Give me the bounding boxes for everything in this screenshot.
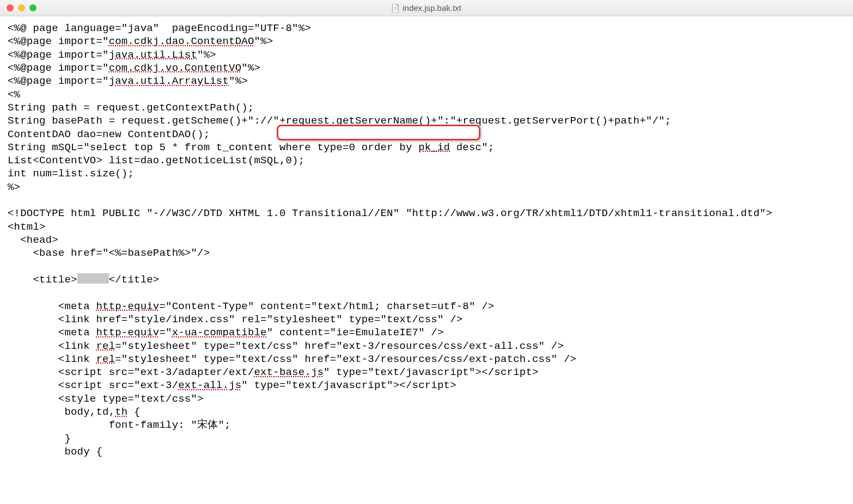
code-line: <link rel="stylesheet" type="text/css" h… — [8, 340, 845, 353]
code-line — [8, 260, 845, 273]
code-line: <%@page import="java.util.ArrayList"%> — [8, 75, 845, 88]
code-line: <!DOCTYPE html PUBLIC "-//W3C//DTD XHTML… — [8, 207, 845, 220]
code-line: <head> — [8, 233, 845, 247]
code-line: <base href="<%=basePath%>"/> — [8, 247, 845, 260]
close-button[interactable] — [7, 4, 14, 11]
editor-container: <%@ page language="java" pageEncoding="U… — [0, 16, 853, 464]
file-icon — [392, 4, 399, 13]
code-line: <meta http-equiv="x-ua-compatible" conte… — [8, 326, 845, 339]
code-line: <style type="text/css"> — [8, 392, 845, 405]
code-line — [8, 194, 845, 207]
code-line: String basePath = request.getScheme()+":… — [8, 114, 845, 127]
code-line: <html> — [8, 220, 845, 233]
redacted-text — [77, 273, 109, 284]
code-line: <script src="ext-3/adapter/ext/ext-base.… — [8, 366, 845, 379]
code-line — [8, 286, 845, 299]
minimize-button[interactable] — [18, 4, 25, 11]
code-line: <link href="style/index.css" rel="styles… — [8, 313, 845, 326]
traffic-lights — [0, 4, 36, 11]
text-content[interactable]: <%@ page language="java" pageEncoding="U… — [0, 16, 853, 464]
code-line: font-family: "宋体"; — [8, 419, 845, 432]
code-line: <title></title> — [8, 273, 845, 286]
window-title-wrap: index.jsp.bak.txt — [392, 3, 461, 13]
code-line: <meta http-equiv="Content-Type" content=… — [8, 300, 845, 313]
code-line: %> — [8, 181, 845, 194]
code-line: ContentDAO dao=new ContentDAO(); — [8, 128, 845, 141]
code-line: int num=list.size(); — [8, 167, 845, 180]
code-line: <%@page import="com.cdkj.vo.ContentVO"%> — [8, 62, 845, 75]
code-line: <%@page import="com.cdkj.dao.ContentDAO"… — [8, 35, 845, 48]
code-line: <%@ page language="java" pageEncoding="U… — [8, 22, 845, 35]
code-line: <%@page import="java.util.List"%> — [8, 48, 845, 62]
code-line: String path = request.getContextPath(); — [8, 101, 845, 114]
code-line: body,td,th { — [8, 405, 845, 419]
code-line: } — [8, 432, 845, 445]
code-line: List<ContentVO> list=dao.getNoticeList(m… — [8, 154, 845, 167]
window-title: index.jsp.bak.txt — [403, 3, 461, 13]
maximize-button[interactable] — [29, 4, 36, 11]
code-line: String mSQL="select top 5 * from t_conte… — [8, 141, 845, 154]
code-line: <script src="ext-3/ext-all.js" type="tex… — [8, 379, 845, 392]
code-line: <% — [8, 88, 845, 101]
code-line: body { — [8, 445, 845, 458]
code-line: <link rel="stylesheet" type="text/css" h… — [8, 353, 845, 366]
window-titlebar: index.jsp.bak.txt — [0, 0, 853, 16]
